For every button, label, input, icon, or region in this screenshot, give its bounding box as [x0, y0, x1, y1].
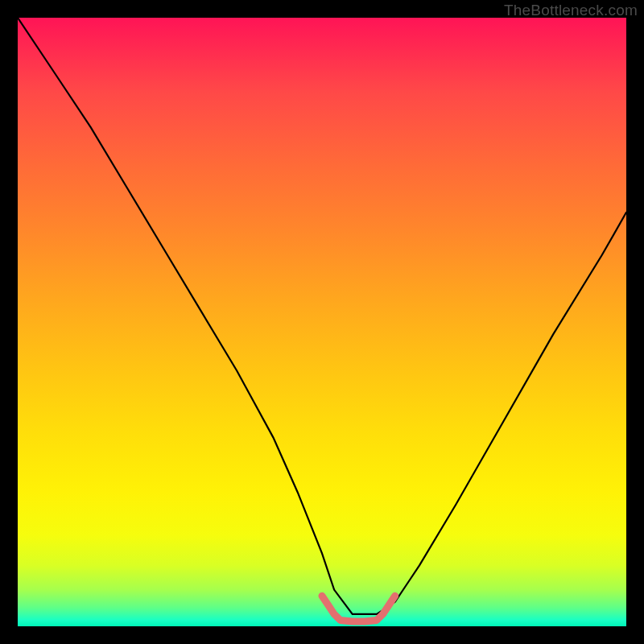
chart-frame: TheBottleneck.com: [0, 0, 644, 644]
highlight-band: [322, 596, 395, 621]
watermark-text: TheBottleneck.com: [504, 2, 638, 19]
plot-area: [18, 18, 626, 626]
chart-svg: [18, 18, 626, 626]
bottleneck-curve: [18, 18, 626, 614]
